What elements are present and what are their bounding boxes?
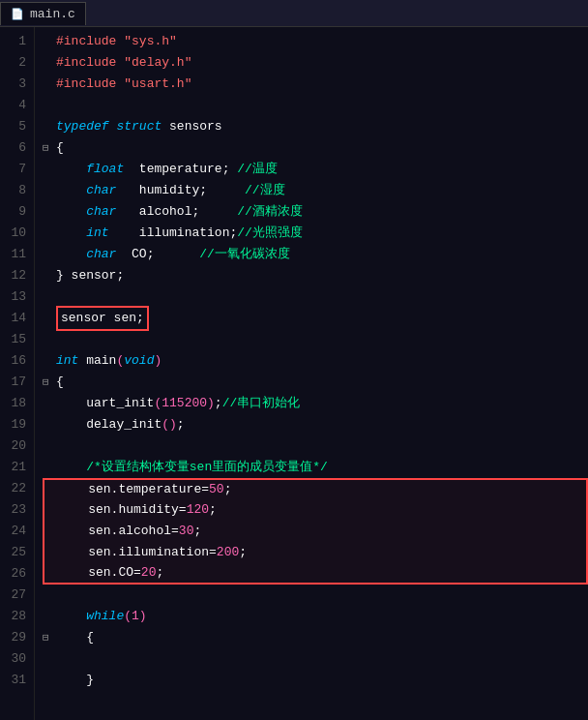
token: humidity; (116, 180, 245, 201)
token: } sensor; (56, 265, 124, 286)
token: sen.alcohol= (58, 521, 179, 542)
token: 20 (141, 562, 157, 584)
fold-indicator (44, 521, 58, 542)
tab-label: main.c (30, 7, 75, 21)
token: 120 (187, 499, 209, 521)
fold-indicator[interactable]: ⊟ (43, 137, 56, 159)
line-number: 22 (4, 478, 26, 499)
token: ) (154, 350, 162, 372)
code-line: #include "delay.h" (43, 52, 588, 74)
code-line: char humidity; //湿度 (43, 180, 588, 201)
token: typedef (56, 116, 109, 137)
token: 1 (132, 606, 139, 627)
token: 200 (217, 542, 239, 563)
line-number: 5 (4, 116, 26, 137)
token: { (56, 372, 64, 393)
code-line: delay_init(); (43, 414, 588, 435)
code-line (43, 648, 588, 670)
fold-indicator (44, 479, 58, 500)
token (116, 74, 124, 95)
fold-indicator (44, 562, 58, 584)
line-number: 1 (4, 31, 26, 52)
fold-indicator (43, 329, 56, 350)
code-line: sen.temperature=50; (43, 478, 588, 499)
code-content: #include "sys.h" #include "delay.h" #inc… (35, 27, 588, 720)
token: uart_init (56, 393, 154, 414)
token: CO; (116, 244, 199, 265)
line-number: 4 (4, 95, 26, 116)
file-tab[interactable]: 📄 main.c (0, 2, 86, 25)
token: char (86, 201, 116, 223)
line-number: 26 (4, 563, 26, 585)
token: ) (139, 606, 147, 627)
token: //光照强度 (237, 223, 303, 244)
token: //酒精浓度 (237, 201, 303, 223)
token (56, 201, 86, 223)
token: int (56, 350, 78, 372)
fold-indicator (43, 74, 56, 95)
code-line: typedef struct sensors (43, 116, 588, 137)
fold-indicator (43, 435, 56, 457)
tab-bar: 📄 main.c (0, 0, 588, 27)
token: sen.illumination= (58, 542, 217, 563)
fold-indicator (43, 159, 56, 180)
token: main (78, 350, 116, 372)
line-number: 15 (4, 329, 26, 350)
line-number: 9 (4, 201, 26, 223)
fold-indicator (43, 223, 56, 244)
line-number: 29 (4, 627, 26, 648)
code-line: char CO; //一氧化碳浓度 (43, 244, 588, 265)
code-line: sensor sen; (43, 308, 588, 329)
code-line: sen.humidity=120; (43, 499, 588, 521)
token: alcohol; (116, 201, 237, 223)
token: #include (56, 31, 116, 52)
token: ( (124, 606, 132, 627)
line-number: 30 (4, 648, 26, 670)
token: sen.humidity= (58, 499, 187, 521)
code-line: ⊟{ (43, 372, 588, 393)
code-line: ⊟{ (43, 137, 588, 159)
file-icon: 📄 (11, 8, 24, 20)
code-line: ⊟ { (43, 627, 588, 648)
token: /*设置结构体变量sen里面的成员变量值*/ (56, 457, 328, 478)
token: ; (239, 542, 247, 563)
token: ( (162, 414, 169, 435)
fold-indicator (43, 585, 56, 606)
code-line: sen.alcohol=30; (43, 521, 588, 542)
line-number: 6 (4, 137, 26, 159)
token: sensors (162, 116, 221, 137)
line-number: 31 (4, 670, 26, 691)
line-number: 17 (4, 372, 26, 393)
token: int (86, 223, 108, 244)
token: ; (215, 393, 222, 414)
token (56, 223, 86, 244)
fold-indicator[interactable]: ⊟ (43, 627, 56, 648)
editor-window: 📄 main.c 1234567891011121314151617181920… (0, 0, 588, 720)
fold-indicator[interactable]: ⊟ (43, 372, 56, 393)
line-number: 19 (4, 414, 26, 435)
token (56, 180, 86, 201)
line-number: 14 (4, 308, 26, 329)
fold-indicator (43, 95, 56, 116)
token: 50 (209, 479, 224, 500)
token: { (56, 137, 64, 159)
line-number: 2 (4, 52, 26, 74)
token (116, 31, 124, 52)
fold-indicator (43, 670, 56, 691)
line-number: 21 (4, 457, 26, 478)
token: //温度 (237, 159, 278, 180)
token (109, 116, 117, 137)
token: sen.CO= (58, 562, 141, 584)
token: temperature; (124, 159, 237, 180)
token: #include (56, 52, 116, 74)
token: 115200 (162, 393, 207, 414)
token: ; (177, 414, 185, 435)
token: ; (193, 521, 201, 542)
line-number: 18 (4, 393, 26, 414)
code-line: sen.CO=20; (43, 563, 588, 585)
highlighted-declaration: sensor sen; (56, 306, 149, 331)
code-line (43, 435, 588, 457)
token: ; (156, 562, 163, 584)
token: //串口初始化 (222, 393, 301, 414)
fold-indicator (43, 414, 56, 435)
